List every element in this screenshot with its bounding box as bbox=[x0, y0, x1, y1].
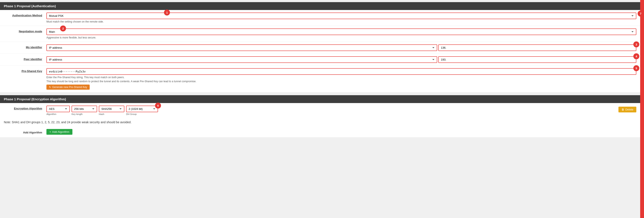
psk-label: Pre-Shared Key bbox=[4, 68, 46, 73]
note-text: Note: SHA1 and DH groups 1, 2, 5, 22, 23… bbox=[4, 120, 132, 124]
psk-hint1: Enter the Pre-Shared Key string. This ke… bbox=[46, 76, 636, 79]
phase1-enc-body: Encryption Algorithm AES 3DES CAST128 Bl… bbox=[0, 103, 640, 137]
phase1-auth-section: Phase 1 Proposal (Authentication) Authen… bbox=[0, 2, 640, 92]
peer-identifier-row: Peer identifier IP address Peer IP addre… bbox=[0, 54, 640, 66]
encryption-algorithm-label: Encryption Algorithm bbox=[4, 106, 46, 110]
encryption-algorithm-row: Encryption Algorithm AES 3DES CAST128 Bl… bbox=[0, 103, 640, 118]
keylength-select[interactable]: 128 bits 192 bits 256 bits bbox=[72, 106, 97, 112]
my-identifier-label: My identifier bbox=[4, 44, 46, 49]
encryption-algorithm-control: AES 3DES CAST128 Blowfish Algorithm 128 … bbox=[46, 106, 615, 115]
add-algorithm-button[interactable]: + Add Algorithm bbox=[46, 129, 72, 135]
my-identifier-row: My identifier IP address My IP address D… bbox=[0, 42, 640, 54]
negotiation-mode-select[interactable]: Main Aggressive bbox=[46, 28, 636, 35]
psk-control: 5 Enter the Pre-Shared Key string. This … bbox=[46, 68, 636, 90]
keylength-wrapper: 128 bits 192 bits 256 bits Key length bbox=[72, 106, 97, 115]
my-identifier-control: IP address My IP address Distinguished N… bbox=[46, 44, 636, 51]
keylength-col-label: Key length bbox=[72, 113, 97, 115]
add-algorithm-btn-label: Add Algorithm bbox=[52, 130, 70, 133]
auth-method-control: Mutual PSK Mutual RSA xauth PSK xauth RS… bbox=[46, 12, 636, 23]
main-content: Phase 1 Proposal (Authentication) Authen… bbox=[0, 0, 640, 218]
negotiation-mode-control: Main Aggressive 2 Aggressive is more fle… bbox=[46, 28, 636, 39]
phase1-enc-section: Phase 1 Proposal (Encryption Algorithm) … bbox=[0, 95, 640, 137]
my-identifier-type-select[interactable]: IP address My IP address Distinguished N… bbox=[46, 44, 437, 51]
negotiation-mode-hint: Aggressive is more flexible, but less se… bbox=[46, 36, 636, 39]
negotiation-mode-row: Negotiation mode Main Aggressive 2 Aggre… bbox=[0, 26, 640, 42]
peer-identifier-label: Peer identifier bbox=[4, 56, 46, 61]
plus-icon: + bbox=[50, 130, 51, 133]
badge-4: 4 bbox=[633, 53, 639, 59]
badge-1: 1 bbox=[164, 9, 170, 15]
algorithm-select[interactable]: AES 3DES CAST128 Blowfish bbox=[46, 106, 70, 112]
negotiation-mode-label: Negotiation mode bbox=[4, 28, 46, 33]
red-sidebar: 7 bbox=[640, 0, 644, 218]
generate-psk-label: Generate new Pre-Shared Key bbox=[52, 86, 87, 89]
badge-2: 2 bbox=[60, 25, 66, 31]
hash-col-label: Hash bbox=[99, 113, 124, 115]
algorithm-wrapper: AES 3DES CAST128 Blowfish Algorithm bbox=[46, 106, 70, 115]
dh-col-label: DH Group bbox=[126, 113, 158, 115]
trash-icon: 🗑 bbox=[622, 108, 624, 111]
phase1-auth-header: Phase 1 Proposal (Authentication) bbox=[0, 2, 640, 10]
hash-wrapper: MD5 SHA1 SHA256 SHA384 SHA512 Hash bbox=[99, 106, 124, 115]
section-gap bbox=[0, 92, 640, 95]
badge-3: 3 bbox=[633, 41, 639, 47]
auth-method-row: Authentication Method Mutual PSK Mutual … bbox=[0, 10, 640, 26]
page-wrapper: Phase 1 Proposal (Authentication) Authen… bbox=[0, 0, 644, 218]
refresh-icon: ↻ bbox=[49, 86, 51, 89]
delete-label: Delete bbox=[625, 108, 633, 111]
psk-input[interactable] bbox=[46, 68, 636, 75]
algorithm-col-label: Algorithm bbox=[46, 113, 70, 115]
phase1-auth-body: Authentication Method Mutual PSK Mutual … bbox=[0, 10, 640, 92]
hash-select[interactable]: MD5 SHA1 SHA256 SHA384 SHA512 bbox=[99, 106, 124, 112]
dh-select[interactable]: 1 (768 bit) 2 (1024 bit) 5 (1536 bit) 14… bbox=[126, 106, 158, 112]
psk-row: Pre-Shared Key 5 Enter the Pre-Shared Ke… bbox=[0, 66, 640, 92]
peer-identifier-type-select[interactable]: IP address Peer IP address Distinguished… bbox=[46, 56, 437, 63]
auth-method-hint: Must match the setting chosen on the rem… bbox=[46, 20, 636, 23]
my-identifier-input[interactable] bbox=[438, 44, 636, 51]
peer-identifier-control: IP address Peer IP address Distinguished… bbox=[46, 56, 636, 63]
note-row: Note: SHA1 and DH groups 1, 2, 5, 22, 23… bbox=[0, 118, 640, 126]
phase1-enc-header: Phase 1 Proposal (Encryption Algorithm) bbox=[0, 95, 640, 103]
add-algorithm-control: + Add Algorithm bbox=[46, 129, 72, 135]
auth-method-label: Authentication Method bbox=[4, 12, 46, 17]
auth-method-select[interactable]: Mutual PSK Mutual RSA xauth PSK xauth RS… bbox=[46, 12, 636, 19]
badge-5: 5 bbox=[633, 65, 639, 71]
add-algorithm-label: Add Algorithm bbox=[4, 130, 46, 134]
peer-identifier-input[interactable] bbox=[438, 56, 636, 63]
badge-6: 6 bbox=[155, 103, 161, 109]
delete-button[interactable]: 🗑 Delete bbox=[618, 107, 636, 112]
dh-wrapper: 1 (768 bit) 2 (1024 bit) 5 (1536 bit) 14… bbox=[126, 106, 158, 115]
badge-7: 7 bbox=[638, 11, 644, 16]
psk-hint2: This key should be long and random to pr… bbox=[46, 80, 636, 83]
generate-psk-button[interactable]: ↻ Generate new Pre-Shared Key bbox=[46, 85, 90, 90]
add-algorithm-row: Add Algorithm + Add Algorithm bbox=[0, 126, 640, 137]
